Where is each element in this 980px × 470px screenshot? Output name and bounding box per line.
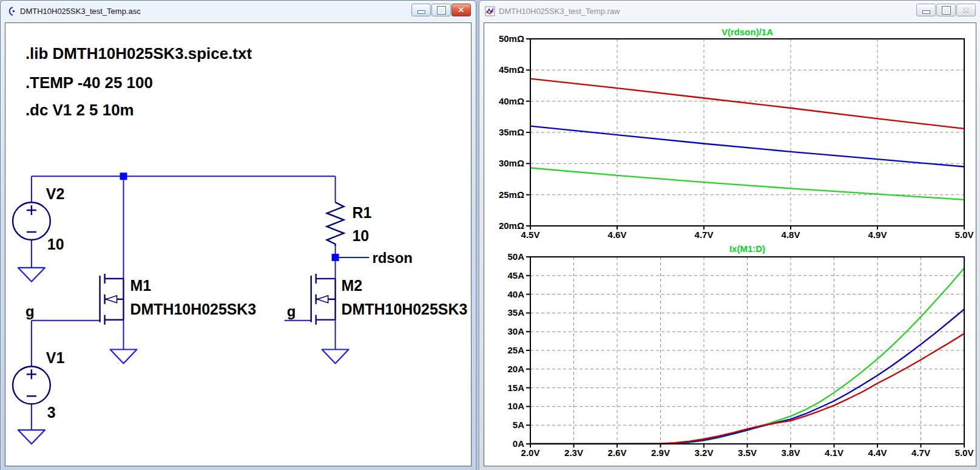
x-tick-label: 3.2V	[695, 448, 714, 458]
y-tick-label: 30mΩ	[499, 158, 524, 168]
close-button[interactable]: ✕	[451, 4, 471, 16]
net-label-g1[interactable]: g	[25, 303, 35, 319]
y-tick-label: 0A	[513, 438, 524, 449]
y-tick-label: 35mΩ	[499, 127, 524, 137]
maximize-icon	[438, 7, 445, 14]
x-tick-label: 4.6V	[608, 230, 627, 240]
x-tick-label: 2.3V	[564, 448, 583, 458]
x-tick-label: 5.0V	[955, 230, 974, 240]
x-tick-label: 4.7V	[911, 448, 930, 458]
component-v1-voltage-source[interactable]: V1 3	[13, 349, 64, 421]
m2-model-label[interactable]: DMTH10H025SK3	[342, 301, 468, 318]
v1-ref-label[interactable]: V1	[46, 349, 65, 366]
spice-directive-lib[interactable]: .lib DMTH10H025SK3.spice.txt	[25, 45, 252, 62]
y-tick-label: 40A	[507, 289, 524, 299]
window-controls: ✕	[411, 4, 471, 16]
close-button[interactable]: ✕	[956, 4, 976, 16]
schematic-window-titlebar[interactable]: DMTH10H025SK3_test_Temp.asc ✕	[1, 1, 476, 21]
plot-pane-rdson[interactable]: 4.5V4.6V4.7V4.8V4.9V5.0V20mΩ25mΩ30mΩ35mΩ…	[484, 23, 976, 242]
schematic-window[interactable]: DMTH10H025SK3_test_Temp.asc ✕ .lib DMTH1…	[0, 0, 476, 470]
x-tick-label: 3.8V	[782, 448, 800, 458]
component-v2-voltage-source[interactable]: V2 10	[13, 185, 64, 253]
ground-symbols	[18, 268, 349, 444]
y-tick-label: 50A	[507, 251, 524, 262]
minimize-icon	[417, 10, 425, 14]
green-trace-curve	[530, 168, 964, 200]
v2-value-label[interactable]: 10	[47, 236, 64, 253]
x-tick-label: 4.9V	[868, 230, 887, 240]
y-tick-label: 5A	[513, 420, 524, 430]
net-label-g2[interactable]: g	[287, 303, 296, 319]
plot-pane-current[interactable]: 2.0V2.3V2.6V2.9V3.2V3.5V3.8V4.1V4.4V4.7V…	[484, 242, 976, 466]
chart-svg-1: 2.0V2.3V2.6V2.9V3.2V3.5V3.8V4.1V4.4V4.7V…	[484, 242, 976, 466]
junction-dot-top	[120, 172, 127, 180]
spice-directive-temp[interactable]: .TEMP -40 25 100	[25, 74, 153, 91]
waveform-plot-icon	[485, 6, 495, 16]
chart-svg-0: 4.5V4.6V4.7V4.8V4.9V5.0V20mΩ25mΩ30mΩ35mΩ…	[484, 23, 976, 242]
x-tick-label: 4.8V	[782, 230, 800, 240]
component-m2-nmos[interactable]: M2 DMTH10H025SK3	[311, 274, 468, 325]
net-label-rdson[interactable]: rdson	[372, 250, 412, 266]
component-m1-nmos[interactable]: M1 DMTH10H025SK3	[100, 274, 257, 325]
v1-value-label[interactable]: 3	[47, 404, 56, 421]
spice-directive-dc[interactable]: .dc V1 2 5 10m	[25, 101, 134, 118]
junction-dot-rdson	[332, 254, 339, 261]
waveform-viewer-area[interactable]: 4.5V4.6V4.7V4.8V4.9V5.0V20mΩ25mΩ30mΩ35mΩ…	[484, 22, 976, 466]
x-tick-label: 3.5V	[738, 448, 757, 458]
chart-title-0[interactable]: V(rdson)/1A	[721, 27, 773, 37]
y-tick-label: 45A	[507, 270, 524, 281]
y-tick-label: 20A	[507, 364, 524, 374]
schematic-svg[interactable]: .lib DMTH10H025SK3.spice.txt .TEMP -40 2…	[5, 23, 471, 466]
minimize-button[interactable]	[411, 4, 431, 16]
minimize-button[interactable]	[916, 4, 936, 16]
maximize-button[interactable]	[431, 4, 451, 16]
x-tick-label: 2.6V	[608, 448, 627, 458]
ltspice-schematic-icon	[6, 6, 16, 16]
y-tick-label: 25mΩ	[499, 189, 524, 200]
m2-ref-label[interactable]: M2	[342, 277, 363, 294]
schematic-canvas[interactable]: .lib DMTH10H025SK3.spice.txt .TEMP -40 2…	[5, 22, 471, 466]
v2-ref-label[interactable]: V2	[46, 185, 64, 202]
r1-ref-label[interactable]: R1	[353, 204, 372, 221]
y-tick-label: 20mΩ	[499, 220, 524, 231]
y-tick-label: 30A	[507, 326, 524, 336]
y-tick-label: 10A	[507, 401, 524, 411]
x-tick-label: 2.9V	[651, 448, 670, 458]
y-tick-label: 45mΩ	[499, 64, 524, 75]
maximize-icon	[942, 7, 950, 14]
r1-value-label[interactable]: 10	[353, 227, 370, 244]
window-controls: ✕	[916, 4, 976, 16]
x-tick-label: 2.0V	[521, 448, 540, 458]
window-title: DMTH10H025SK3_test_Temp.raw	[499, 7, 620, 16]
x-tick-label: 4.4V	[868, 448, 887, 458]
waveform-window[interactable]: DMTH10H025SK3_test_Temp.raw ✕ 4.5V4.6V4.…	[479, 0, 980, 470]
component-r1-resistor[interactable]: R1 10	[327, 202, 372, 246]
y-tick-label: 35A	[507, 307, 524, 318]
y-tick-label: 50mΩ	[499, 33, 524, 44]
y-tick-label: 40mΩ	[499, 96, 524, 106]
x-tick-label: 4.1V	[825, 448, 843, 458]
y-tick-label: 25A	[507, 345, 524, 355]
maximize-button[interactable]	[936, 4, 956, 16]
m1-ref-label[interactable]: M1	[130, 277, 151, 294]
close-icon: ✕	[963, 6, 970, 14]
y-tick-label: 15A	[507, 383, 524, 393]
minimize-icon	[922, 10, 930, 14]
m1-model-label[interactable]: DMTH10H025SK3	[130, 301, 256, 318]
window-title: DMTH10H025SK3_test_Temp.asc	[20, 7, 141, 16]
chart-title-1[interactable]: Ix(M1:D)	[729, 244, 765, 254]
red-trace-curve	[530, 79, 964, 129]
x-tick-label: 5.0V	[955, 448, 974, 458]
x-tick-label: 4.5V	[521, 230, 540, 240]
x-tick-label: 4.7V	[695, 230, 714, 240]
close-icon: ✕	[458, 6, 465, 14]
waveform-window-titlebar[interactable]: DMTH10H025SK3_test_Temp.raw ✕	[479, 1, 980, 21]
